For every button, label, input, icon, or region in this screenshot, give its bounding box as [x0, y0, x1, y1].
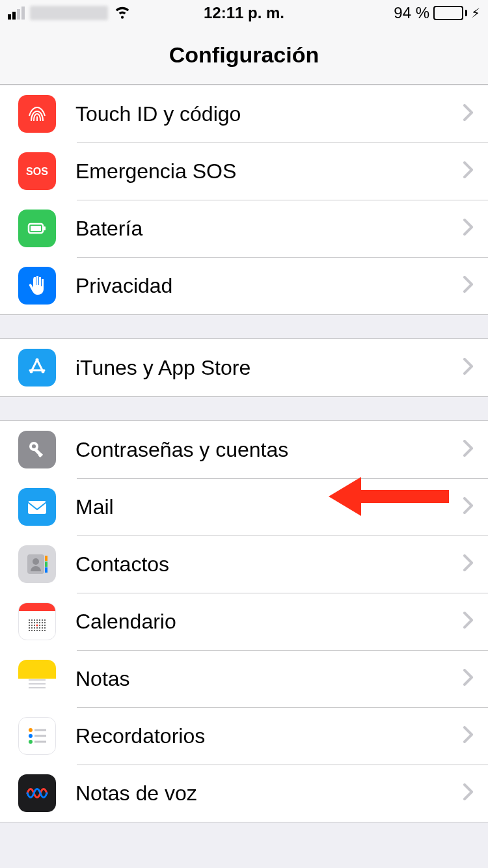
chevron-right-icon — [463, 612, 474, 631]
svg-point-41 — [36, 627, 38, 629]
svg-point-52 — [36, 624, 38, 626]
chevron-right-icon — [463, 161, 474, 181]
settings-row-calendar[interactable]: Calendario — [0, 593, 488, 650]
settings-row-label: Calendario — [75, 610, 463, 634]
svg-point-46 — [31, 630, 33, 631]
settings-row-label: Notas de voz — [75, 781, 463, 806]
carrier-label-blurred — [30, 6, 108, 20]
charging-bolt-icon: ⚡︎ — [471, 5, 480, 21]
svg-rect-3 — [31, 226, 41, 231]
settings-row-voicememos[interactable]: Notas de voz — [0, 765, 488, 822]
chevron-right-icon — [463, 276, 474, 295]
svg-point-58 — [29, 734, 33, 738]
chevron-right-icon — [463, 726, 474, 746]
settings-row-sos[interactable]: SOSEmergencia SOS — [0, 142, 488, 200]
fingerprint-icon — [18, 95, 56, 133]
status-right: 94 % ⚡︎ — [323, 4, 480, 22]
sos-icon: SOS — [18, 152, 56, 190]
svg-point-31 — [29, 625, 30, 626]
svg-point-33 — [34, 625, 35, 626]
battery-percent: 94 % — [394, 4, 429, 22]
svg-point-26 — [34, 622, 35, 623]
svg-point-38 — [29, 627, 30, 629]
svg-rect-55 — [29, 687, 46, 688]
svg-rect-2 — [44, 226, 46, 230]
settings-row-label: Batería — [75, 217, 463, 241]
calendar-icon — [18, 603, 56, 640]
settings-group: iTunes y App Store — [0, 338, 488, 397]
svg-rect-57 — [34, 729, 46, 731]
svg-point-40 — [34, 627, 35, 629]
svg-point-22 — [42, 619, 43, 621]
svg-point-20 — [36, 619, 38, 621]
settings-row-notes[interactable]: Notas — [0, 650, 488, 707]
settings-row-label: Privacidad — [75, 274, 463, 298]
notes-icon — [18, 660, 56, 698]
battery-icon — [433, 6, 467, 20]
svg-point-50 — [42, 630, 43, 631]
svg-point-42 — [39, 627, 40, 629]
svg-text:SOS: SOS — [26, 166, 48, 177]
svg-point-45 — [29, 630, 30, 631]
svg-point-51 — [44, 630, 46, 631]
contacts-icon — [18, 545, 56, 583]
svg-point-29 — [42, 622, 43, 623]
settings-row-battery[interactable]: Batería — [0, 200, 488, 257]
settings-row-reminders[interactable]: Recordatorios — [0, 707, 488, 765]
chevron-right-icon — [463, 358, 474, 377]
settings-row-label: Mail — [75, 495, 463, 519]
svg-point-27 — [36, 622, 38, 623]
svg-point-49 — [39, 630, 40, 631]
svg-point-37 — [44, 625, 46, 626]
chevron-right-icon — [463, 783, 474, 803]
settings-row-contacts[interactable]: Contactos — [0, 536, 488, 593]
status-time: 12:11 p. m. — [165, 4, 323, 22]
svg-point-23 — [44, 619, 46, 621]
chevron-right-icon — [463, 440, 474, 459]
svg-rect-11 — [28, 501, 46, 514]
svg-point-43 — [42, 627, 43, 629]
settings-row-label: Touch ID y código — [75, 102, 463, 126]
svg-point-21 — [39, 619, 40, 621]
svg-point-28 — [39, 622, 40, 623]
voicememo-icon — [18, 774, 56, 812]
battery-icon — [18, 210, 56, 247]
svg-point-60 — [29, 740, 33, 744]
settings-row-mail[interactable]: Mail — [0, 478, 488, 536]
status-left — [8, 2, 165, 24]
svg-point-47 — [34, 630, 35, 631]
chevron-right-icon — [463, 219, 474, 238]
settings-row-label: Contactos — [75, 552, 463, 576]
svg-point-35 — [39, 625, 40, 626]
cellular-signal-icon — [8, 7, 25, 20]
svg-point-4 — [36, 359, 39, 362]
svg-point-13 — [33, 558, 39, 565]
settings-row-label: Notas — [75, 667, 463, 691]
chevron-right-icon — [463, 497, 474, 517]
svg-point-44 — [44, 627, 46, 629]
svg-rect-59 — [34, 735, 46, 737]
svg-rect-54 — [29, 683, 46, 685]
svg-rect-14 — [45, 556, 47, 561]
settings-row-passwords[interactable]: Contraseñas y cuentas — [0, 421, 488, 478]
chevron-right-icon — [463, 554, 474, 574]
wifi-icon — [113, 2, 131, 24]
svg-rect-16 — [45, 567, 47, 573]
settings-row-label: iTunes y App Store — [75, 356, 463, 380]
svg-point-18 — [31, 619, 33, 621]
settings-row-touch-id[interactable]: Touch ID y código — [0, 85, 488, 142]
settings-row-label: Recordatorios — [75, 724, 463, 748]
svg-rect-53 — [29, 679, 46, 681]
settings-row-appstore[interactable]: iTunes y App Store — [0, 339, 488, 396]
key-icon — [18, 431, 56, 468]
settings-group: Contraseñas y cuentasMailContactosCalend… — [0, 420, 488, 822]
page-title: Configuración — [169, 42, 319, 68]
svg-point-24 — [29, 622, 30, 623]
svg-point-8 — [32, 444, 36, 448]
svg-point-17 — [29, 619, 30, 621]
settings-row-label: Contraseñas y cuentas — [75, 438, 463, 462]
svg-point-36 — [42, 625, 43, 626]
svg-point-19 — [34, 619, 35, 621]
nav-header: Configuración — [0, 26, 488, 85]
settings-row-privacy[interactable]: Privacidad — [0, 257, 488, 314]
